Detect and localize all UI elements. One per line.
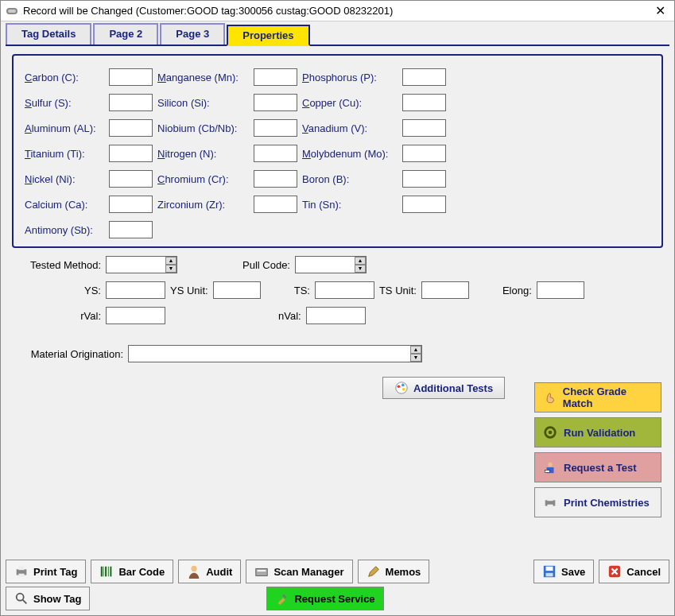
niobium-label: Niobium (Cb/Nb): xyxy=(157,122,249,134)
elong-label: Elong: xyxy=(502,285,532,296)
svg-point-29 xyxy=(17,594,24,601)
svg-point-3 xyxy=(398,385,401,388)
titanium-input[interactable] xyxy=(109,145,153,162)
request-service-button[interactable]: Request Service xyxy=(266,587,383,610)
nitrogen-label: Nitrogen (N): xyxy=(157,148,249,160)
boron-label: Boron (B): xyxy=(302,173,398,185)
ys-unit-input[interactable] xyxy=(213,281,261,299)
close-button[interactable]: ✕ xyxy=(650,3,669,18)
svg-rect-16 xyxy=(18,574,24,578)
tab-page-2[interactable]: Page 2 xyxy=(93,23,158,45)
nitrogen-input[interactable] xyxy=(254,145,297,162)
manganese-label: Manganese (Mn): xyxy=(157,72,249,83)
audit-label: Audit xyxy=(206,566,232,578)
silicon-label: Silicon (Si): xyxy=(157,97,249,109)
tab-properties[interactable]: Properties xyxy=(227,25,309,46)
silicon-input[interactable] xyxy=(254,94,297,111)
svg-point-22 xyxy=(192,566,197,571)
aluminum-input[interactable] xyxy=(109,119,153,137)
additional-tests-button[interactable]: Additional Tests xyxy=(382,377,505,399)
ts-unit-label: TS Unit: xyxy=(379,285,417,296)
svg-rect-21 xyxy=(111,567,112,577)
show-tag-label: Show Tag xyxy=(33,593,81,605)
calcium-label: Calcium (Ca): xyxy=(25,199,104,211)
tab-row: Tag Details Page 2 Page 3 Properties xyxy=(6,23,669,46)
carbon-label: Carbon (C): xyxy=(25,72,104,83)
pull-code-label: Pull Code: xyxy=(242,259,290,271)
bar-code-label: Bar Code xyxy=(118,566,165,578)
check-grade-match-button[interactable]: Check Grade Match xyxy=(534,382,661,413)
run-validation-label: Run Validation xyxy=(564,427,635,439)
tools-icon xyxy=(275,591,289,606)
antimony-input[interactable] xyxy=(109,221,153,238)
ts-unit-input[interactable] xyxy=(421,281,469,299)
svg-rect-20 xyxy=(108,567,109,577)
svg-rect-15 xyxy=(18,567,24,571)
svg-rect-23 xyxy=(256,568,267,575)
scan-manager-label: Scan Manager xyxy=(273,566,343,578)
pull-code-spinner[interactable]: ▲▼ xyxy=(355,257,366,273)
ys-label: YS: xyxy=(12,285,101,296)
bar-code-button[interactable]: Bar Code xyxy=(91,560,173,583)
niobium-input[interactable] xyxy=(254,119,297,137)
save-button[interactable]: Save xyxy=(533,560,594,583)
memos-button[interactable]: Memos xyxy=(358,560,430,583)
nickel-input[interactable] xyxy=(109,170,153,188)
manganese-input[interactable] xyxy=(254,68,297,86)
chromium-label: Chromium (Cr): xyxy=(157,173,249,185)
boron-input[interactable] xyxy=(402,170,446,188)
material-origination-input[interactable] xyxy=(128,345,422,362)
sulfur-input[interactable] xyxy=(109,94,153,111)
ys-input[interactable] xyxy=(106,281,165,299)
svg-line-30 xyxy=(23,600,27,604)
cancel-button[interactable]: Cancel xyxy=(599,560,669,583)
ts-input[interactable] xyxy=(315,281,374,299)
print-tag-button[interactable]: Print Tag xyxy=(6,560,86,583)
elong-input[interactable] xyxy=(537,281,584,299)
svg-rect-17 xyxy=(101,567,103,577)
molybdenum-label: Molybdenum (Mo): xyxy=(302,148,398,160)
chromium-input[interactable] xyxy=(254,170,297,188)
print-tag-label: Print Tag xyxy=(33,566,77,578)
cancel-label: Cancel xyxy=(627,566,661,578)
svg-rect-19 xyxy=(106,567,107,577)
svg-rect-26 xyxy=(545,567,553,571)
gear-icon xyxy=(543,425,557,440)
tested-method-spinner[interactable]: ▲▼ xyxy=(165,257,177,273)
carbon-input[interactable] xyxy=(109,68,153,86)
nval-label: nVal: xyxy=(278,310,301,322)
tin-input[interactable] xyxy=(402,196,446,213)
request-test-button[interactable]: Request a Test xyxy=(534,452,661,482)
vanadium-input[interactable] xyxy=(402,119,446,137)
printer-icon xyxy=(543,495,557,509)
save-icon xyxy=(542,564,557,579)
zirconium-input[interactable] xyxy=(254,196,297,213)
svg-rect-24 xyxy=(258,570,266,571)
tab-page-3[interactable]: Page 3 xyxy=(160,23,225,45)
additional-tests-label: Additional Tests xyxy=(413,382,493,394)
app-icon xyxy=(6,5,18,17)
scan-manager-button[interactable]: Scan Manager xyxy=(246,560,352,583)
calcium-input[interactable] xyxy=(109,196,153,213)
copper-input[interactable] xyxy=(402,94,446,111)
rval-input[interactable] xyxy=(106,307,165,324)
copper-label: Copper (Cu): xyxy=(302,97,398,109)
svg-point-4 xyxy=(402,384,405,387)
palette-icon xyxy=(394,381,409,395)
phosphorus-input[interactable] xyxy=(402,68,446,86)
molybdenum-input[interactable] xyxy=(402,145,446,162)
barcode-icon xyxy=(99,564,114,579)
titanium-label: Titanium (Ti): xyxy=(25,148,104,160)
window-title: Record will be Changed (Customer:GOOD ta… xyxy=(23,5,650,17)
request-test-label: Request a Test xyxy=(564,462,637,474)
print-chemistries-button[interactable]: Print Chemistries xyxy=(534,487,661,517)
show-tag-button[interactable]: Show Tag xyxy=(6,587,90,610)
cancel-icon xyxy=(607,564,622,579)
tab-tag-details[interactable]: Tag Details xyxy=(6,23,91,45)
material-origination-spinner[interactable]: ▲▼ xyxy=(410,346,421,362)
nval-input[interactable] xyxy=(306,307,366,324)
hand-ok-icon xyxy=(543,390,557,405)
audit-button[interactable]: Audit xyxy=(178,560,241,583)
memos-label: Memos xyxy=(386,566,421,578)
run-validation-button[interactable]: Run Validation xyxy=(534,417,661,447)
